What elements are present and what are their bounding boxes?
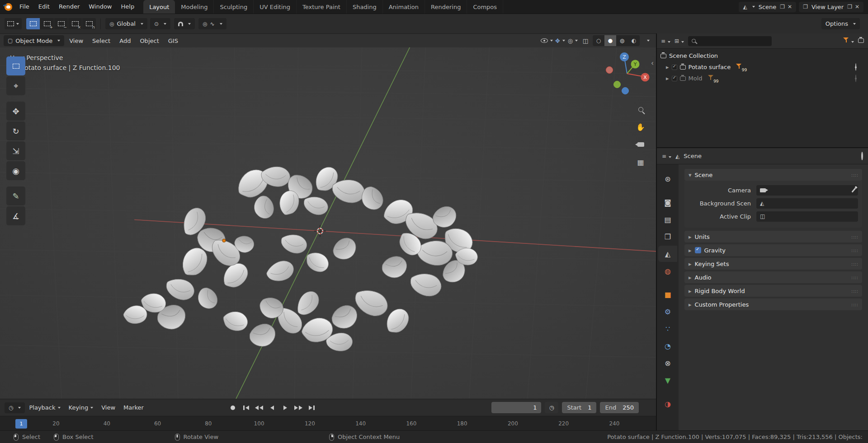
- menu-add[interactable]: Add: [115, 34, 135, 48]
- overlays-dropdown[interactable]: ◎: [567, 35, 578, 46]
- gizmo-neg-z[interactable]: [622, 88, 629, 94]
- tab-particle-properties[interactable]: ∵: [658, 321, 677, 337]
- expand-icon[interactable]: [666, 64, 669, 70]
- panel-grip-icon[interactable]: [851, 261, 858, 267]
- menu-render[interactable]: Render: [54, 0, 84, 14]
- expand-icon[interactable]: [666, 75, 669, 82]
- jump-to-end-button[interactable]: [306, 402, 318, 413]
- use-preview-range-button[interactable]: ◷: [545, 402, 558, 413]
- tab-modifier-properties[interactable]: ⚙: [658, 303, 677, 320]
- menu-object[interactable]: Object: [136, 34, 163, 48]
- tab-tool-properties[interactable]: ⊛: [658, 171, 677, 187]
- tab-texture-paint[interactable]: Texture Paint: [297, 0, 347, 14]
- menu-tl-view[interactable]: View: [97, 404, 119, 411]
- tab-compositing[interactable]: Compos: [467, 0, 503, 14]
- menu-window[interactable]: Window: [84, 0, 116, 14]
- tab-physics-properties[interactable]: ◔: [658, 338, 677, 354]
- pin-button[interactable]: [861, 153, 863, 159]
- panel-grip-icon[interactable]: [851, 233, 858, 240]
- panel-grip-icon[interactable]: [851, 172, 858, 178]
- outliner-filter-dropdown[interactable]: [843, 37, 854, 44]
- options-dropdown[interactable]: Options: [821, 18, 860, 29]
- prev-keyframe-button[interactable]: [253, 402, 265, 413]
- tab-object-properties[interactable]: ■: [658, 286, 677, 303]
- outliner-editor-type-dropdown[interactable]: ≡: [661, 37, 670, 44]
- frame-start-field[interactable]: Start 1: [562, 402, 596, 413]
- new-collection-button[interactable]: [858, 37, 864, 44]
- remove-view-layer-icon[interactable]: ✕: [855, 4, 859, 10]
- select-mode-invert[interactable]: [68, 18, 82, 29]
- transform-orientation-dropdown[interactable]: ◎ Global: [105, 18, 147, 29]
- select-mode-extend[interactable]: [40, 18, 54, 29]
- select-mode-intersect[interactable]: [82, 18, 96, 29]
- tool-transform[interactable]: ◉: [6, 161, 25, 180]
- play-button[interactable]: [279, 402, 292, 413]
- gizmo-y-label[interactable]: Y: [633, 61, 637, 67]
- menu-marker[interactable]: Marker: [119, 404, 148, 411]
- shading-material[interactable]: ◍: [616, 35, 628, 46]
- tab-object-data-properties[interactable]: ▼: [658, 372, 677, 388]
- tab-rendering[interactable]: Rendering: [425, 0, 467, 14]
- hide-toggle[interactable]: [855, 75, 856, 82]
- tab-constraint-properties[interactable]: ⊗: [658, 355, 677, 371]
- panel-header-keying-sets[interactable]: Keying Sets: [684, 258, 862, 270]
- panel-header-audio[interactable]: Audio: [684, 271, 862, 283]
- tool-rotate[interactable]: ↻: [6, 121, 25, 140]
- sidebar-collapse-icon[interactable]: ‹: [651, 59, 654, 67]
- gizmos-dropdown[interactable]: ✥: [555, 35, 566, 46]
- timeline-editor-type-dropdown[interactable]: ◷: [5, 402, 25, 413]
- tab-sculpting[interactable]: Sculpting: [214, 0, 254, 14]
- zoom-button[interactable]: [635, 104, 646, 114]
- camera-view-button[interactable]: [635, 140, 646, 149]
- panel-grip-icon[interactable]: [851, 288, 858, 294]
- gizmo-neg-x[interactable]: [606, 67, 613, 74]
- gizmo-z-label[interactable]: Z: [623, 54, 626, 60]
- menu-gis[interactable]: GIS: [164, 34, 182, 48]
- snapping-control[interactable]: [174, 18, 195, 29]
- tab-material-properties[interactable]: ◑: [658, 396, 677, 412]
- menu-view[interactable]: View: [65, 34, 87, 48]
- auto-keying-button[interactable]: [227, 402, 239, 413]
- shading-rendered[interactable]: ◐: [628, 35, 640, 46]
- panel-header-gravity[interactable]: Gravity: [684, 244, 862, 256]
- background-scene-field[interactable]: ◭: [756, 198, 858, 209]
- tab-animation[interactable]: Animation: [383, 0, 425, 14]
- tab-uv-editing[interactable]: UV Editing: [254, 0, 297, 14]
- jump-to-start-button[interactable]: [240, 402, 252, 413]
- shading-solid[interactable]: ●: [604, 35, 616, 46]
- mode-selector[interactable]: ▢ Object Mode: [4, 35, 64, 46]
- tool-box-select[interactable]: [6, 56, 25, 75]
- select-mode-new[interactable]: [26, 18, 40, 29]
- playhead[interactable]: 1: [15, 419, 27, 429]
- gravity-checkbox[interactable]: [695, 247, 701, 253]
- blender-logo-icon[interactable]: [5, 3, 12, 11]
- outliner-display-mode-dropdown[interactable]: ⊞: [675, 37, 684, 44]
- tool-annotate[interactable]: ✎: [6, 187, 25, 205]
- shading-dropdown[interactable]: [642, 35, 652, 46]
- panel-header-scene[interactable]: Scene: [684, 169, 862, 181]
- camera-field[interactable]: [756, 185, 858, 196]
- tab-layout[interactable]: Layout: [143, 0, 175, 14]
- menu-select[interactable]: Select: [88, 34, 114, 48]
- gizmo-x-label[interactable]: X: [643, 75, 647, 80]
- collection-checkbox[interactable]: [672, 76, 677, 81]
- pan-button[interactable]: ✋: [635, 122, 646, 132]
- panel-header-rigid-body-world[interactable]: Rigid Body World: [684, 285, 862, 297]
- xray-toggle[interactable]: ◫: [580, 35, 591, 46]
- viewport-3d[interactable]: User Perspective (1) Potato surface | Z …: [0, 47, 656, 399]
- outliner-search-input[interactable]: [688, 36, 772, 46]
- new-view-layer-icon[interactable]: ❐: [847, 4, 852, 10]
- select-mode-subtract[interactable]: [54, 18, 68, 29]
- new-scene-icon[interactable]: ❐: [780, 4, 785, 10]
- active-tool-dropdown[interactable]: [5, 18, 22, 29]
- outliner-row-mold[interactable]: Mold 99: [657, 73, 868, 84]
- tool-scale[interactable]: ⇲: [6, 141, 25, 160]
- tab-scene-properties[interactable]: ◭: [658, 246, 677, 262]
- panel-grip-icon[interactable]: [851, 274, 858, 281]
- tab-output-properties[interactable]: ▤: [658, 211, 677, 228]
- eyedropper-icon[interactable]: [851, 187, 856, 192]
- current-frame-field[interactable]: 1: [491, 402, 541, 413]
- viewport-navigation-gizmo[interactable]: Z Y X: [604, 51, 651, 98]
- unlink-scene-icon[interactable]: ✕: [788, 4, 792, 10]
- menu-help[interactable]: Help: [117, 0, 139, 14]
